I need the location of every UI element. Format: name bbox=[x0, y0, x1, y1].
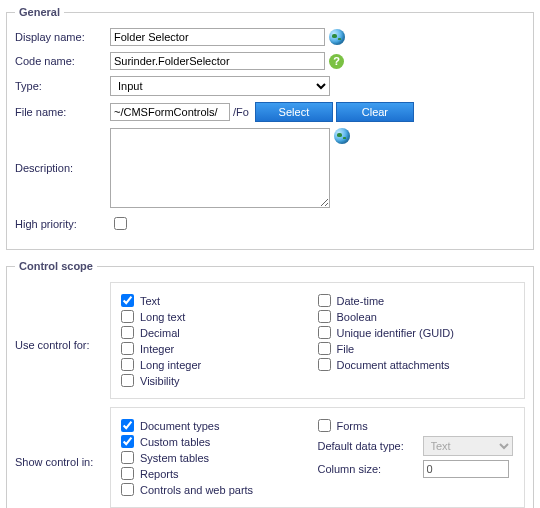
label-code-name: Code name: bbox=[15, 55, 110, 67]
row-display-name: Display name: bbox=[15, 28, 525, 46]
input-column-size bbox=[423, 460, 509, 478]
label-type: Type: bbox=[15, 80, 110, 92]
cb-long-text[interactable] bbox=[121, 310, 134, 323]
cb-document-types[interactable] bbox=[121, 419, 134, 432]
label-file-name: File name: bbox=[15, 106, 110, 118]
label-display-name: Display name: bbox=[15, 31, 110, 43]
use-control-for-panel: Text Long text Decimal Integer Long inte… bbox=[110, 282, 525, 399]
select-default-data-type: Text bbox=[423, 436, 513, 456]
cb-boolean[interactable] bbox=[318, 310, 331, 323]
row-default-data-type: Default data type: Text bbox=[318, 436, 515, 456]
use-control-for-right: Date-time Boolean Unique identifier (GUI… bbox=[318, 291, 515, 390]
cb-date-time[interactable] bbox=[318, 294, 331, 307]
cb-text[interactable] bbox=[121, 294, 134, 307]
show-control-in-panel: Document types Custom tables System tabl… bbox=[110, 407, 525, 508]
cb-reports[interactable] bbox=[121, 467, 134, 480]
cb-system-tables[interactable] bbox=[121, 451, 134, 464]
label-default-data-type: Default data type: bbox=[318, 440, 423, 452]
input-display-name[interactable] bbox=[110, 28, 325, 46]
control-scope-fieldset: Control scope Use control for: Text Long… bbox=[6, 260, 534, 508]
cb-doc-attachments[interactable] bbox=[318, 358, 331, 371]
row-description: Description: bbox=[15, 128, 525, 208]
row-column-size: Column size: bbox=[318, 460, 515, 478]
globe-icon[interactable] bbox=[334, 128, 350, 144]
cb-guid[interactable] bbox=[318, 326, 331, 339]
input-code-name[interactable] bbox=[110, 52, 325, 70]
cb-decimal[interactable] bbox=[121, 326, 134, 339]
cb-file[interactable] bbox=[318, 342, 331, 355]
general-legend: General bbox=[15, 6, 64, 18]
cb-controls-webparts[interactable] bbox=[121, 483, 134, 496]
file-name-suffix: /Fo bbox=[233, 106, 249, 118]
show-control-in-section: Show control in: Document types Custom t… bbox=[15, 407, 525, 508]
help-icon[interactable]: ? bbox=[329, 54, 344, 69]
row-high-priority: High priority: bbox=[15, 214, 525, 233]
row-file-name: File name: /Fo Select Clear bbox=[15, 102, 525, 122]
globe-icon[interactable] bbox=[329, 29, 345, 45]
show-control-in-right: Forms Default data type: Text Column siz… bbox=[318, 416, 515, 499]
label-show-control-in: Show control in: bbox=[15, 456, 110, 468]
cb-visibility[interactable] bbox=[121, 374, 134, 387]
show-control-in-left: Document types Custom tables System tabl… bbox=[121, 416, 318, 499]
input-file-name[interactable] bbox=[110, 103, 230, 121]
select-type[interactable]: Input bbox=[110, 76, 330, 96]
use-control-for-left: Text Long text Decimal Integer Long inte… bbox=[121, 291, 318, 390]
cb-integer[interactable] bbox=[121, 342, 134, 355]
cb-custom-tables[interactable] bbox=[121, 435, 134, 448]
control-scope-legend: Control scope bbox=[15, 260, 97, 272]
cb-long-integer[interactable] bbox=[121, 358, 134, 371]
label-description: Description: bbox=[15, 128, 110, 174]
use-control-for-section: Use control for: Text Long text Decimal … bbox=[15, 282, 525, 407]
clear-button[interactable]: Clear bbox=[336, 102, 414, 122]
checkbox-high-priority[interactable] bbox=[114, 217, 127, 230]
label-high-priority: High priority: bbox=[15, 218, 110, 230]
general-fieldset: General Display name: Code name: ? Type:… bbox=[6, 6, 534, 250]
row-type: Type: Input bbox=[15, 76, 525, 96]
label-column-size: Column size: bbox=[318, 463, 423, 475]
cb-forms[interactable] bbox=[318, 419, 331, 432]
row-code-name: Code name: ? bbox=[15, 52, 525, 70]
label-use-control-for: Use control for: bbox=[15, 339, 110, 351]
select-button[interactable]: Select bbox=[255, 102, 333, 122]
input-description[interactable] bbox=[110, 128, 330, 208]
